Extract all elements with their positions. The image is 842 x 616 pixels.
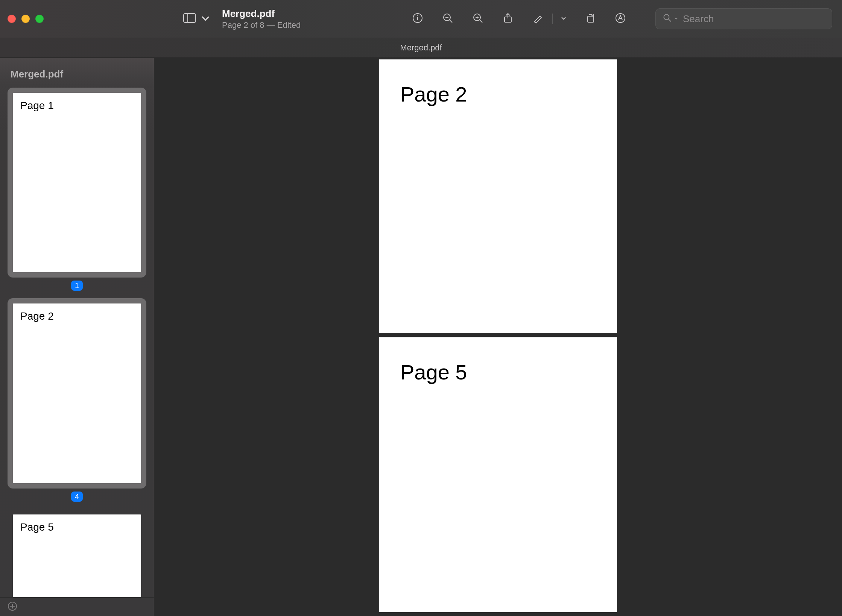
zoom-out-button[interactable] <box>440 11 455 26</box>
thumbnail-sidebar: Merged.pdf Page 1 1 Page 2 4 <box>0 58 154 616</box>
thumbnail-page-label: Page 2 <box>20 310 54 322</box>
svg-line-19 <box>669 19 671 22</box>
thumbnail-page-number: 1 <box>71 281 83 291</box>
zoom-in-icon <box>472 12 483 25</box>
thumbnail-page-preview: Page 2 <box>13 303 141 483</box>
add-page-icon[interactable] <box>8 601 17 613</box>
svg-line-6 <box>450 20 452 23</box>
thumbnail-page-preview: Page 5 <box>13 514 141 597</box>
highlight-icon <box>532 12 544 25</box>
thumbnail-page-label: Page 5 <box>20 521 54 533</box>
thumbnail-page-label: Page 1 <box>20 100 54 111</box>
search-icon <box>663 13 672 24</box>
info-icon <box>412 12 423 25</box>
page-heading: Page 2 <box>400 82 596 106</box>
zoom-out-icon <box>442 12 453 25</box>
page-view[interactable]: Page 2 <box>379 59 617 333</box>
search-input[interactable] <box>683 13 825 25</box>
fullscreen-window-button[interactable] <box>35 15 44 23</box>
document-title: Merged.pdf <box>222 8 301 20</box>
sidebar-icon <box>183 13 196 25</box>
thumbnail-page-number: 4 <box>71 492 83 502</box>
svg-rect-15 <box>588 16 594 22</box>
chevron-down-icon <box>674 15 678 22</box>
toolbar-divider <box>552 14 553 24</box>
thumbnail-page-preview: Page 1 <box>13 93 141 272</box>
document-subtitle: Page 2 of 8 — Edited <box>222 20 301 30</box>
markup-icon <box>615 12 626 25</box>
rotate-button[interactable] <box>583 11 598 26</box>
minimize-window-button[interactable] <box>21 15 30 23</box>
thumbnail-card: Page 1 <box>8 88 146 278</box>
svg-rect-0 <box>184 14 196 23</box>
window-controls <box>8 15 44 23</box>
toolbar <box>410 11 628 26</box>
title-block: Merged.pdf Page 2 of 8 — Edited <box>222 8 301 30</box>
view-menu-button[interactable] <box>183 13 212 25</box>
titlebar: Merged.pdf Page 2 of 8 — Edited <box>0 0 842 38</box>
chevron-down-icon <box>561 15 567 23</box>
rotate-icon <box>585 12 596 25</box>
content-split: Merged.pdf Page 1 1 Page 2 4 <box>0 58 842 616</box>
share-icon <box>502 12 514 25</box>
markup-button[interactable] <box>613 11 628 26</box>
share-button[interactable] <box>500 11 515 26</box>
close-window-button[interactable] <box>8 15 16 23</box>
thumbnail-item[interactable]: Page 5 <box>8 509 146 597</box>
page-canvas[interactable]: Page 2 Page 5 <box>154 58 842 616</box>
tab-title[interactable]: Merged.pdf <box>400 43 442 53</box>
highlight-button[interactable] <box>530 11 546 26</box>
thumbnail-item[interactable]: Page 1 1 <box>8 88 146 291</box>
chevron-down-icon <box>199 13 212 25</box>
svg-line-9 <box>480 20 482 23</box>
sidebar-title: Merged.pdf <box>0 58 154 85</box>
svg-point-18 <box>664 14 669 20</box>
svg-point-4 <box>417 15 418 16</box>
search-field[interactable] <box>655 8 832 29</box>
highlight-group <box>530 11 568 26</box>
page-view[interactable]: Page 5 <box>379 337 617 612</box>
page-heading: Page 5 <box>400 360 596 384</box>
thumbnail-card: Page 2 <box>8 298 146 488</box>
inspector-button[interactable] <box>410 11 425 26</box>
sidebar-footer <box>0 597 154 616</box>
thumbnail-list[interactable]: Page 1 1 Page 2 4 Page 5 <box>0 85 154 597</box>
zoom-in-button[interactable] <box>470 11 485 26</box>
thumbnail-item[interactable]: Page 2 4 <box>8 298 146 501</box>
tab-bar: Merged.pdf <box>0 38 842 58</box>
highlight-menu-button[interactable] <box>559 11 568 26</box>
